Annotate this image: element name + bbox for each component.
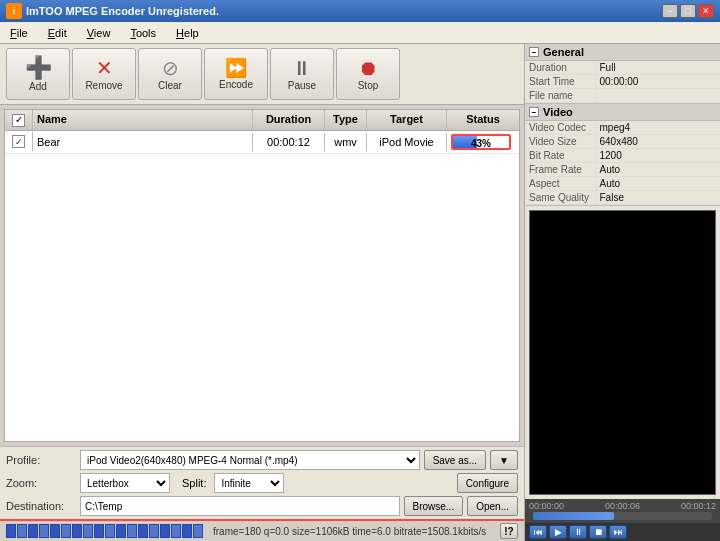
open-button[interactable]: Open... — [467, 496, 518, 516]
save-dropdown-button[interactable]: ▼ — [490, 450, 518, 470]
menu-file[interactable]: File — [0, 25, 38, 41]
menu-bar: File Edit View Tools Help — [0, 22, 720, 44]
row-checkbox[interactable] — [12, 135, 25, 148]
video-table: Video Codec mpeg4 Video Size 640x480 Bit… — [525, 121, 720, 205]
info-val-bitrate: 1200 — [595, 149, 720, 163]
timeline-bar[interactable] — [533, 512, 712, 520]
minimize-button[interactable]: – — [662, 4, 678, 18]
col-duration-header: Duration — [253, 110, 325, 130]
video-collapse-btn[interactable]: − — [529, 107, 539, 117]
prog-block-14 — [149, 524, 159, 538]
skip-back-button[interactable]: ⏮ — [529, 525, 547, 539]
menu-help[interactable]: Help — [166, 25, 209, 41]
profile-dropdown[interactable]: iPod Video2(640x480) MPEG-4 Normal (*.mp… — [80, 450, 420, 470]
info-val-aspect: Auto — [595, 177, 720, 191]
prog-block-12 — [127, 524, 137, 538]
prog-block-10 — [105, 524, 115, 538]
zoom-dropdown[interactable]: Letterbox — [80, 473, 170, 493]
table-row[interactable]: Bear 00:00:12 wmv iPod Movie 43% — [5, 131, 519, 154]
clear-button[interactable]: ⊘ Clear — [138, 48, 202, 100]
prog-block-7 — [72, 524, 82, 538]
info-row-samequality: Same Quality False — [525, 191, 720, 205]
prog-block-13 — [138, 524, 148, 538]
skip-forward-button[interactable]: ⏭ — [609, 525, 627, 539]
timeline-fill — [533, 512, 614, 520]
video-section: − Video Video Codec mpeg4 Video Size 640… — [525, 104, 720, 206]
info-row-duration: Duration Full — [525, 61, 720, 75]
progress-text: 43% — [453, 136, 509, 150]
info-row-videosize: Video Size 640x480 — [525, 135, 720, 149]
info-row-codec: Video Codec mpeg4 — [525, 121, 720, 135]
menu-tools[interactable]: Tools — [120, 25, 166, 41]
remove-button[interactable]: ✕ Remove — [72, 48, 136, 100]
col-type-header: Type — [325, 110, 367, 130]
prog-block-3 — [28, 524, 38, 538]
prog-block-17 — [182, 524, 192, 538]
progress-animation — [6, 524, 203, 538]
pause-icon: ⏸ — [292, 58, 312, 78]
general-header: − General — [525, 44, 720, 61]
stop-button[interactable]: ⏺ Stop — [336, 48, 400, 100]
stop-label: Stop — [358, 80, 379, 91]
col-target-header: Target — [367, 110, 447, 130]
select-all-checkbox[interactable] — [12, 114, 25, 127]
maximize-button[interactable]: □ — [680, 4, 696, 18]
add-icon: ➕ — [25, 57, 52, 79]
configure-button[interactable]: Configure — [457, 473, 518, 493]
save-as-button[interactable]: Save as... — [424, 450, 486, 470]
help-button[interactable]: !? — [500, 523, 518, 539]
col-check-header — [5, 110, 33, 130]
toolbar: ➕ Add ✕ Remove ⊘ Clear ⏩ Encode ⏸ Pause … — [0, 44, 524, 105]
menu-view[interactable]: View — [77, 25, 121, 41]
info-key-filename: File name — [525, 89, 595, 103]
pause-playback-button[interactable]: ⏸ — [569, 525, 587, 539]
file-list-header: Name Duration Type Target Status — [5, 110, 519, 131]
right-panel: − General Duration Full Start Time 00:00… — [525, 44, 720, 541]
window-controls: – □ ✕ — [662, 4, 714, 18]
destination-input[interactable] — [80, 496, 400, 516]
browse-button[interactable]: Browse... — [404, 496, 464, 516]
close-button[interactable]: ✕ — [698, 4, 714, 18]
prog-block-4 — [39, 524, 49, 538]
encode-icon: ⏩ — [225, 59, 247, 77]
video-title: Video — [543, 106, 573, 118]
prog-block-11 — [116, 524, 126, 538]
stop-icon: ⏺ — [358, 58, 378, 78]
prog-block-18 — [193, 524, 203, 538]
prog-block-9 — [94, 524, 104, 538]
menu-edit[interactable]: Edit — [38, 25, 77, 41]
video-preview — [529, 210, 716, 495]
split-dropdown[interactable]: Infinite — [214, 473, 284, 493]
info-key-starttime: Start Time — [525, 75, 595, 89]
video-header: − Video — [525, 104, 720, 121]
general-collapse-btn[interactable]: − — [529, 47, 539, 57]
info-key-aspect: Aspect — [525, 177, 595, 191]
play-button[interactable]: ▶ — [549, 525, 567, 539]
prog-block-1 — [6, 524, 16, 538]
prog-block-6 — [61, 524, 71, 538]
status-text: frame=180 q=0.0 size=1106kB time=6.0 bit… — [213, 526, 486, 537]
pause-button[interactable]: ⏸ Pause — [270, 48, 334, 100]
add-label: Add — [29, 81, 47, 92]
clear-icon: ⊘ — [162, 58, 179, 78]
info-val-framerate: Auto — [595, 163, 720, 177]
add-button[interactable]: ➕ Add — [6, 48, 70, 100]
info-key-codec: Video Codec — [525, 121, 595, 135]
timeline-end: 00:00:12 — [681, 501, 716, 511]
encode-button[interactable]: ⏩ Encode — [204, 48, 268, 100]
app-icon: i — [6, 3, 22, 19]
info-val-starttime: 00:00:00 — [595, 75, 720, 89]
bottom-controls: Profile: iPod Video2(640x480) MPEG-4 Nor… — [0, 446, 524, 519]
main-container: ➕ Add ✕ Remove ⊘ Clear ⏩ Encode ⏸ Pause … — [0, 44, 720, 541]
info-val-filename — [595, 89, 720, 103]
info-row-starttime: Start Time 00:00:00 — [525, 75, 720, 89]
prog-block-2 — [17, 524, 27, 538]
col-status-header: Status — [447, 110, 519, 130]
stop-playback-button[interactable]: ⏹ — [589, 525, 607, 539]
row-name: Bear — [33, 133, 253, 151]
general-section: − General Duration Full Start Time 00:00… — [525, 44, 720, 104]
info-key-bitrate: Bit Rate — [525, 149, 595, 163]
progress-bar-container: 43% — [451, 134, 511, 150]
timeline-start: 00:00:00 — [529, 501, 564, 511]
split-label: Split: — [182, 477, 206, 489]
